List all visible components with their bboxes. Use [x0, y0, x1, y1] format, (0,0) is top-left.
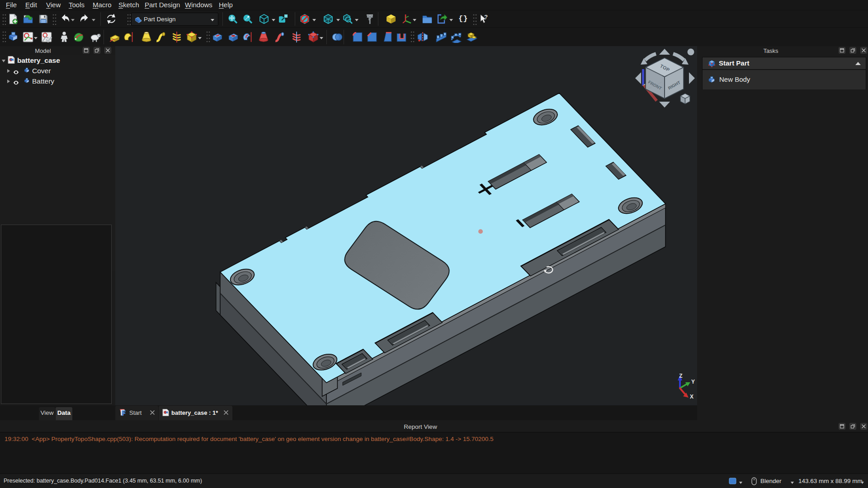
svg-text:Y: Y	[691, 379, 695, 385]
svg-text:X: X	[690, 394, 693, 400]
svg-text:?: ?	[484, 14, 488, 20]
svg-text:Z: Z	[679, 373, 682, 379]
